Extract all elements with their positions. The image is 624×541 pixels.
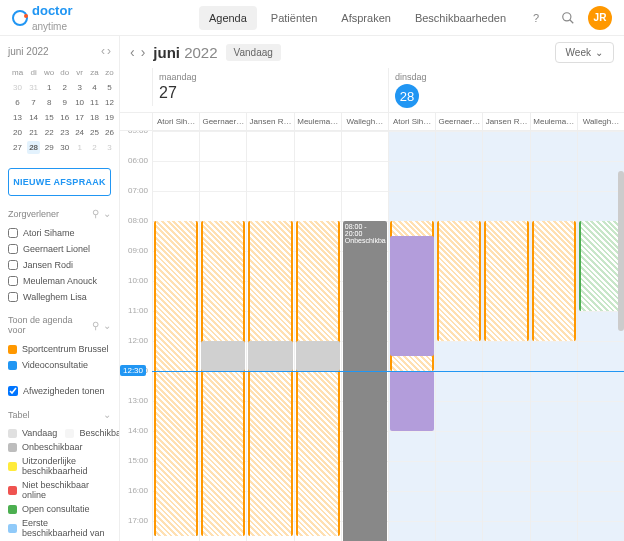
mini-day[interactable]: 4 — [88, 81, 101, 94]
filter-icon[interactable]: ⚲ — [92, 208, 99, 219]
mini-day[interactable]: 15 — [42, 111, 56, 124]
resource-header[interactable]: Meulema… — [294, 113, 341, 130]
avatar[interactable]: JR — [588, 6, 612, 30]
calendar-event[interactable] — [296, 341, 340, 371]
calendar-event[interactable] — [296, 221, 340, 536]
mini-day[interactable]: 8 — [42, 96, 56, 109]
cal-prev-icon[interactable]: ‹ — [130, 44, 135, 60]
filter-icon[interactable]: ⚲ — [92, 320, 99, 331]
mini-day[interactable]: 24 — [73, 126, 86, 139]
mini-day[interactable]: 17 — [73, 111, 86, 124]
calendar-event[interactable] — [201, 221, 245, 536]
mini-day[interactable]: 29 — [42, 141, 56, 154]
today-button[interactable]: Vandaag — [226, 44, 281, 61]
absences-checkbox[interactable] — [8, 386, 18, 396]
schedule-column[interactable] — [435, 131, 482, 541]
chevron-down-icon[interactable]: ⌄ — [103, 208, 111, 219]
agenda-location-row[interactable]: Videoconsultatie — [8, 357, 111, 373]
mini-day[interactable]: 11 — [88, 96, 101, 109]
resource-header[interactable]: Wallegh… — [341, 113, 388, 130]
mini-day[interactable]: 16 — [58, 111, 71, 124]
mini-next-icon[interactable]: › — [107, 44, 111, 58]
mini-day[interactable]: 31 — [27, 81, 40, 94]
resource-header[interactable]: Atori Sih… — [152, 113, 199, 130]
provider-row[interactable]: Atori Sihame — [8, 225, 111, 241]
resource-header[interactable]: Wallegh… — [577, 113, 624, 130]
provider-checkbox[interactable] — [8, 260, 18, 270]
nav-afspraken[interactable]: Afspraken — [331, 6, 401, 30]
provider-checkbox[interactable] — [8, 276, 18, 286]
mini-day[interactable]: 20 — [10, 126, 25, 139]
mini-day[interactable]: 21 — [27, 126, 40, 139]
cal-next-icon[interactable]: › — [141, 44, 146, 60]
mini-day[interactable]: 25 — [88, 126, 101, 139]
calendar-event[interactable] — [484, 221, 528, 341]
search-icon[interactable] — [556, 6, 580, 30]
provider-row[interactable]: Walleghem Lisa — [8, 289, 111, 305]
mini-day[interactable]: 18 — [88, 111, 101, 124]
scrollbar-thumb[interactable] — [618, 171, 624, 331]
mini-day[interactable]: 27 — [10, 141, 25, 154]
mini-prev-icon[interactable]: ‹ — [101, 44, 105, 58]
mini-day[interactable]: 13 — [10, 111, 25, 124]
table-legend-header[interactable]: Tabel ⌄ — [8, 409, 111, 420]
nav-beschikbaarheden[interactable]: Beschikbaarheden — [405, 6, 516, 30]
calendar-event[interactable] — [248, 221, 292, 536]
schedule-column[interactable] — [482, 131, 529, 541]
mini-day[interactable]: 14 — [27, 111, 40, 124]
resource-header[interactable]: Geernaer… — [435, 113, 482, 130]
mini-day[interactable]: 19 — [103, 111, 116, 124]
provider-checkbox[interactable] — [8, 228, 18, 238]
calendar-event[interactable] — [579, 221, 623, 311]
provider-checkbox[interactable] — [8, 244, 18, 254]
mini-day[interactable]: 2 — [58, 81, 71, 94]
provider-row[interactable]: Jansen Rodi — [8, 257, 111, 273]
mini-day[interactable]: 1 — [42, 81, 56, 94]
schedule-column[interactable] — [294, 131, 341, 541]
schedule-column[interactable] — [246, 131, 293, 541]
logo[interactable]: doctoranytime — [12, 3, 72, 33]
schedule-column[interactable] — [199, 131, 246, 541]
provider-row[interactable]: Meuleman Anouck — [8, 273, 111, 289]
view-selector[interactable]: Week⌄ — [555, 42, 614, 63]
absences-toggle[interactable]: Afwezigheden tonen — [8, 383, 111, 399]
mini-day[interactable]: 23 — [58, 126, 71, 139]
mini-day[interactable]: 12 — [103, 96, 116, 109]
mini-day[interactable]: 3 — [103, 141, 116, 154]
resource-header[interactable]: Jansen R… — [246, 113, 293, 130]
chevron-down-icon[interactable]: ⌄ — [103, 409, 111, 420]
schedule-column[interactable] — [577, 131, 624, 541]
resource-header[interactable]: Meulema… — [530, 113, 577, 130]
mini-day[interactable]: 6 — [10, 96, 25, 109]
calendar-event[interactable] — [390, 371, 434, 431]
provider-row[interactable]: Geernaert Lionel — [8, 241, 111, 257]
mini-day[interactable]: 28 — [27, 141, 40, 154]
mini-day[interactable]: 30 — [10, 81, 25, 94]
resource-header[interactable]: Geernaer… — [199, 113, 246, 130]
mini-day[interactable]: 5 — [103, 81, 116, 94]
schedule-column[interactable] — [530, 131, 577, 541]
provider-checkbox[interactable] — [8, 292, 18, 302]
agenda-for-header[interactable]: Toon de agenda voor ⚲⌄ — [8, 315, 111, 335]
mini-day[interactable]: 26 — [103, 126, 116, 139]
chevron-down-icon[interactable]: ⌄ — [103, 320, 111, 331]
mini-day[interactable]: 30 — [58, 141, 71, 154]
mini-day[interactable]: 9 — [58, 96, 71, 109]
calendar-event[interactable] — [390, 236, 434, 356]
help-icon[interactable]: ? — [524, 6, 548, 30]
schedule-column[interactable] — [152, 131, 199, 541]
mini-day[interactable]: 10 — [73, 96, 86, 109]
mini-day[interactable]: 1 — [73, 141, 86, 154]
calendar-event[interactable] — [248, 341, 292, 371]
schedule-column[interactable]: 08:00 - 20:00 Onbeschikba — [341, 131, 388, 541]
nav-patiënten[interactable]: Patiënten — [261, 6, 327, 30]
mini-day[interactable]: 2 — [88, 141, 101, 154]
calendar-event[interactable] — [201, 341, 245, 371]
resource-header[interactable]: Atori Sih… — [388, 113, 435, 130]
new-appointment-button[interactable]: NIEUWE AFSPRAAK — [8, 168, 111, 196]
calendar-event[interactable]: 08:00 - 20:00 Onbeschikba — [343, 221, 387, 541]
calendar-event[interactable] — [154, 221, 198, 536]
calendar-event[interactable] — [437, 221, 481, 341]
nav-agenda[interactable]: Agenda — [199, 6, 257, 30]
mini-calendar[interactable]: madiwodovrzazo 3031123456789101112131415… — [8, 64, 118, 156]
